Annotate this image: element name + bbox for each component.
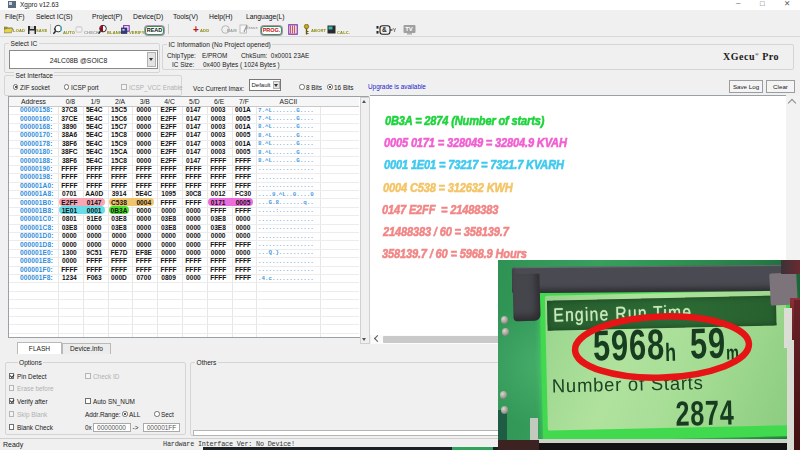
svg-text:TV: TV (405, 26, 413, 32)
svg-text:Y: Y (393, 27, 397, 33)
svg-text:&: & (382, 26, 387, 33)
